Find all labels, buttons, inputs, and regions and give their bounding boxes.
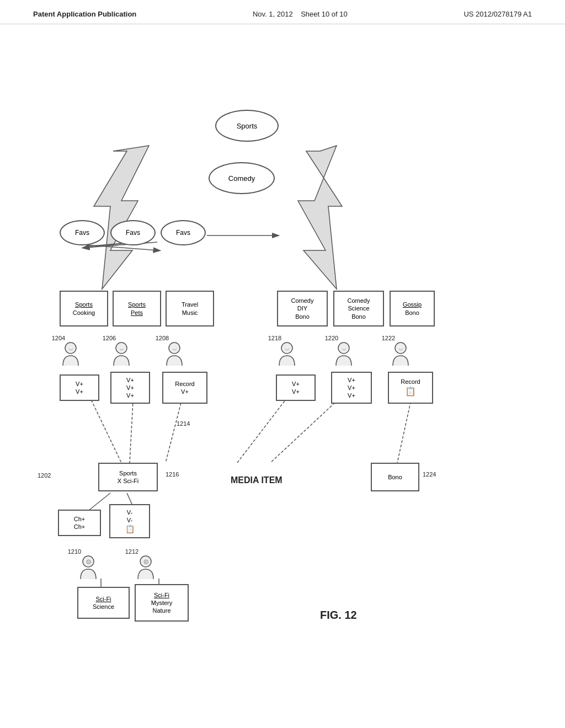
svg-text:☹: ☹ bbox=[143, 559, 148, 565]
svg-text:☹: ☹ bbox=[86, 559, 91, 565]
box-record1: Record V+ bbox=[162, 372, 207, 404]
box-bono: Bono bbox=[371, 463, 419, 491]
person-1208: 1208 ◡ bbox=[163, 335, 185, 366]
lbl-1216: 1216 bbox=[166, 471, 179, 478]
box-vminus: V- V- 📋 bbox=[109, 504, 150, 538]
svg-text:◡: ◡ bbox=[120, 346, 124, 351]
box-gossip-bono: Gossip Bono bbox=[390, 291, 435, 326]
svg-text:◡: ◡ bbox=[69, 346, 73, 351]
lbl-1214: 1214 bbox=[177, 420, 190, 427]
person-1220: 1220 ◡ bbox=[333, 335, 355, 366]
svg-text:◡: ◡ bbox=[173, 346, 177, 351]
box-sports-scifi: Sports X Sci-Fi bbox=[98, 463, 158, 491]
person-1222: 1222 ◡ bbox=[390, 335, 412, 366]
svg-marker-3 bbox=[298, 146, 342, 289]
diagram: Sports Comedy Favs Favs Favs Sports Cook… bbox=[0, 24, 565, 708]
page-header: Patent Application Publication Nov. 1, 2… bbox=[0, 0, 565, 24]
header-sheet: Sheet 10 of 10 bbox=[301, 10, 348, 18]
person-1206: 1206 ◡ bbox=[110, 335, 132, 366]
comedy-oval: Comedy bbox=[209, 162, 275, 194]
svg-line-16 bbox=[127, 493, 132, 505]
favs3-oval: Favs bbox=[161, 220, 206, 245]
header-center: Nov. 1, 2012 Sheet 10 of 10 bbox=[253, 10, 348, 18]
svg-marker-2 bbox=[94, 146, 149, 289]
media-item-label: MEDIA ITEM bbox=[231, 475, 282, 485]
box-vplus2: V+ V+ V+ bbox=[110, 372, 150, 404]
box-sports-cooking: Sports Cooking bbox=[60, 291, 108, 326]
svg-line-4 bbox=[86, 245, 157, 250]
header-right: US 2012/0278179 A1 bbox=[463, 10, 532, 18]
person-1204: 1204 ◡ bbox=[60, 335, 82, 366]
box-vplus1: V+ V+ bbox=[60, 374, 99, 401]
svg-text:◡: ◡ bbox=[285, 346, 289, 351]
favs1-oval: Favs bbox=[60, 220, 105, 245]
box-chplus: Ch+ Ch+ bbox=[58, 510, 101, 536]
svg-text:◡: ◡ bbox=[399, 346, 403, 351]
lbl-1202: 1202 bbox=[38, 472, 51, 479]
person-1218: 1218 ◡ bbox=[276, 335, 298, 366]
svg-line-15 bbox=[88, 493, 110, 511]
svg-text:◡: ◡ bbox=[342, 346, 346, 351]
header-date: Nov. 1, 2012 bbox=[253, 10, 293, 18]
favs2-oval: Favs bbox=[110, 220, 156, 245]
person-1212: 1212 ☹ bbox=[135, 548, 157, 580]
sports-oval: Sports bbox=[215, 110, 279, 142]
box-sports-pets: Sports Pets bbox=[113, 291, 161, 326]
fig-label: FIG. 12 bbox=[320, 609, 357, 622]
box-vplus4: V+ V+ V+ bbox=[331, 372, 372, 404]
box-scifi-mystery-nature: Sci-Fi Mystery Nature bbox=[135, 584, 189, 622]
box-travel-music: Travel Music bbox=[166, 291, 214, 326]
box-scifi-science: Sci-Fi Science bbox=[77, 587, 130, 619]
box-record2: Record 📋 bbox=[388, 372, 433, 404]
box-comedy-diy-bono: Comedy DIY Bono bbox=[277, 291, 328, 326]
box-vplus3: V+ V+ bbox=[276, 374, 316, 401]
header-left: Patent Application Publication bbox=[33, 10, 136, 18]
person-1210: 1210 ☹ bbox=[77, 548, 99, 580]
lbl-1224: 1224 bbox=[423, 471, 436, 478]
box-comedy-science-bono: Comedy Science Bono bbox=[333, 291, 384, 326]
